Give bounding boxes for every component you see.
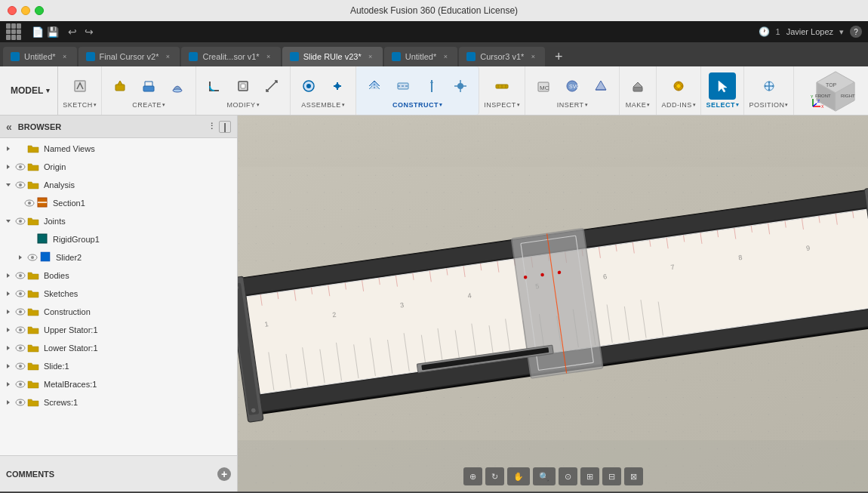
browser-pin-button[interactable]: | [219,121,231,133]
tab-close-final-cursor[interactable]: × [163,52,172,61]
position-label[interactable]: POSITION ▾ [749,101,789,109]
viewport-move-button[interactable]: ⊕ [463,467,482,485]
3dprint-button[interactable] [624,72,651,100]
sketch-button[interactable] [66,72,94,100]
expand-arrow-bodies[interactable] [3,270,14,281]
sketch-label[interactable]: SKETCH ▾ [63,101,97,109]
eye-icon-slide[interactable] [15,361,26,371]
tab-untitled2[interactable]: Untitled*× [384,47,458,66]
browser-item-construction[interactable]: Construction [0,303,237,321]
expand-arrow-construction[interactable] [3,307,14,317]
new-file-icon[interactable]: 📄 [32,26,44,38]
eye-icon-section1[interactable] [24,198,35,208]
viewport-grid-toggle[interactable]: ⊞ [580,467,599,485]
viewport-zoom-button[interactable]: 🔍 [533,467,556,485]
eye-icon-lower-stator[interactable] [15,343,26,353]
browser-item-metal-braces[interactable]: MetalBraces:1 [0,375,237,393]
maximize-window-button[interactable] [35,6,44,15]
browser-item-joints[interactable]: Joints [0,212,237,230]
browser-item-section1[interactable]: Section1 [0,194,237,212]
inspect-label[interactable]: INSPECT ▾ [484,101,520,109]
browser-item-slider2[interactable]: Slider2 [0,248,237,267]
undo-button[interactable]: ↩ [65,24,80,39]
eye-icon-bodies[interactable] [15,270,26,281]
offset-plane-button[interactable] [361,72,388,100]
tab-close-slide-rule[interactable]: × [366,52,375,61]
shell-button[interactable] [229,72,257,100]
extrude-button[interactable] [135,72,162,100]
create-label[interactable]: CREATE ▾ [132,101,165,109]
browser-options-button[interactable]: ⋮ [208,122,216,131]
fillet-button[interactable] [201,72,228,100]
eye-icon-analysis[interactable] [15,180,26,190]
minimize-window-button[interactable] [21,6,30,15]
eye-icon-origin[interactable] [15,162,26,172]
eye-icon-upper-stator[interactable] [15,325,26,335]
viewport-pan-button[interactable]: ✋ [507,467,530,485]
user-arrow-icon[interactable]: ▾ [839,27,844,37]
app-grid-icon[interactable] [6,23,23,40]
tab-cursor3[interactable]: Cursor3 v1*× [459,47,545,66]
expand-arrow-metal-braces[interactable] [3,379,14,390]
joint-button[interactable] [295,72,322,100]
expand-arrow-analysis[interactable] [3,180,14,190]
eye-icon-slider2[interactable] [27,252,38,263]
tab-close-untitled1[interactable]: × [60,52,69,61]
expand-arrow-slider2[interactable] [15,252,26,263]
comments-section[interactable]: COMMENTS + [0,455,237,491]
expand-arrow-slide[interactable] [3,361,14,371]
eye-icon-screws[interactable] [15,397,26,408]
close-window-button[interactable] [8,6,17,15]
select-label[interactable]: SELECT ▾ [706,101,739,109]
model-button[interactable]: MODEL ▾ [3,66,58,115]
tab-slide-rule[interactable]: Slide RUle v23*× [282,47,383,66]
point-button[interactable] [447,72,474,100]
help-button[interactable]: ? [850,26,862,38]
construct-label[interactable]: CONSTRUCT ▾ [392,101,443,109]
eye-icon-metal-braces[interactable] [15,379,26,390]
viewport-orbit-button[interactable]: ↻ [485,467,504,485]
axis-button[interactable] [418,72,445,100]
midplane-button[interactable] [389,72,417,100]
expand-arrow-origin[interactable] [3,162,14,172]
browser-item-rigidgroup1[interactable]: RigidGroup1 [0,230,237,248]
browser-item-slide[interactable]: Slide:1 [0,357,237,375]
viewport-fit-button[interactable]: ⊙ [559,467,577,485]
browser-item-sketches[interactable]: Sketches [0,285,237,303]
modify-label[interactable]: MODIFY ▾ [227,101,260,109]
browser-item-upper-stator[interactable]: Upper Stator:1 [0,321,237,339]
browser-item-named-views[interactable]: Named Views [0,140,237,158]
tab-final-cursor[interactable]: Final Cursor v2*× [78,47,180,66]
user-name[interactable]: Javier Lopez [786,27,833,36]
expand-arrow-upper-stator[interactable] [3,325,14,335]
expand-arrow-lower-stator[interactable] [3,343,14,353]
expand-arrow-screws[interactable] [3,397,14,408]
insert-mesh-button[interactable] [587,72,614,100]
tab-close-creality[interactable]: × [264,52,273,61]
measure-button[interactable] [488,72,516,100]
viewport-settings-button[interactable]: ⊠ [624,467,643,485]
make-label[interactable]: MAKE ▾ [626,101,651,109]
tab-close-untitled2[interactable]: × [441,52,450,61]
browser-collapse-button[interactable]: « [6,121,12,133]
browser-item-analysis[interactable]: Analysis [0,176,237,194]
tab-creality[interactable]: Crealit...sor v1*× [181,47,280,66]
viewport[interactable]: 1 2 3 4 5 6 7 8 9 [238,116,868,491]
eye-icon-joints[interactable] [15,216,26,226]
save-icon[interactable]: 💾 [47,26,59,38]
eye-icon-sketches[interactable] [15,288,26,299]
create-button[interactable] [106,72,134,100]
redo-button[interactable]: ↪ [82,24,97,39]
tab-untitled1[interactable]: Untitled*× [3,47,77,66]
revolve-button[interactable] [164,72,191,100]
assemble-label[interactable]: ASSEMBLE ▾ [301,101,345,109]
expand-arrow-sketches[interactable] [3,288,14,299]
new-tab-button[interactable]: + [548,47,569,66]
viewport-display-button[interactable]: ⊟ [602,467,621,485]
browser-item-screws[interactable]: Screws:1 [0,393,237,411]
eye-icon-construction[interactable] [15,307,26,317]
select-button[interactable] [709,72,736,100]
addins-label[interactable]: ADD-INS ▾ [661,101,696,109]
add-comment-button[interactable]: + [217,467,231,481]
scale-button[interactable] [258,72,285,100]
